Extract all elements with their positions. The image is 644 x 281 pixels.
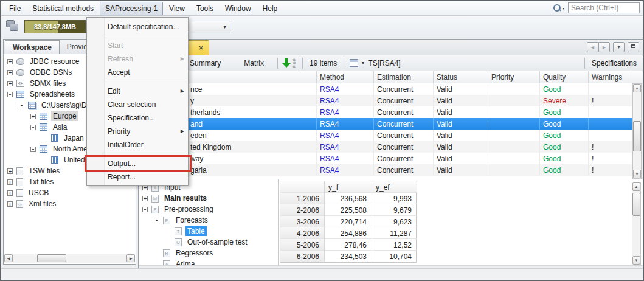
scrollbar-thumb[interactable]	[632, 193, 640, 216]
expand-icon[interactable]: +	[7, 201, 13, 207]
database-icon	[16, 58, 24, 65]
scroll-right-icon[interactable]: ▶	[126, 254, 135, 262]
forecast-vertical-scrollbar[interactable]: ▲ ▼	[632, 182, 641, 265]
tab-list-dropdown-icon[interactable]: ▼	[613, 42, 625, 52]
table-row[interactable]: ted KingdomRSA4ConcurrentValidGood!	[139, 141, 632, 153]
expand-icon[interactable]: +	[7, 81, 13, 86]
memory-gauge[interactable]: 83,8/147,8MB	[24, 20, 86, 33]
menu-item-start[interactable]: Start	[87, 39, 188, 52]
cell-warnings: !	[589, 153, 631, 164]
expand-icon[interactable]: +	[30, 114, 36, 119]
navigate-forward-icon[interactable]: ▶	[598, 42, 610, 52]
menubar-item-view[interactable]: View	[164, 2, 190, 15]
scroll-left-icon[interactable]: ◀	[4, 254, 13, 262]
ts-dropdown-icon[interactable]: ▼	[361, 61, 365, 65]
search-input[interactable]	[568, 2, 640, 13]
value-cell: 9,993	[372, 193, 417, 204]
menu-item-initialorder[interactable]: InitialOrder	[87, 138, 188, 151]
scroll-up-icon[interactable]: ▲	[632, 182, 640, 191]
grid-vertical-scrollbar[interactable]: ▲ ▼	[632, 83, 642, 179]
menu-item-specification[interactable]: Specification...	[87, 111, 188, 125]
cell-status: Valid	[434, 153, 488, 164]
table-row[interactable]: yRSA4ConcurrentValidSevere!	[139, 95, 632, 106]
navigate-back-icon[interactable]: ◀	[587, 42, 598, 52]
tree-item-forecasts[interactable]: -FForecasts	[139, 215, 278, 226]
value-cell: 9,679	[372, 204, 417, 216]
matrix-button[interactable]: Matrix	[239, 57, 269, 69]
menubar-item-saprocessing-1[interactable]: SAProcessing-1	[100, 2, 163, 15]
ts-selector[interactable]: TS[RSA4]	[367, 57, 405, 69]
menu-item-clear-selection[interactable]: Clear selection	[87, 98, 188, 111]
workspace-horizontal-scrollbar[interactable]: ◀ ▶	[4, 254, 135, 263]
grid-header-row: MethodEstimationStatusPriorityQualityWar…	[139, 71, 643, 83]
tree-item-table[interactable]: TTable	[139, 226, 278, 237]
tree-item-arima[interactable]: AArima	[139, 258, 278, 265]
sort-data-icon[interactable]: 011001	[282, 58, 296, 69]
summary-button[interactable]: Summary	[185, 57, 226, 69]
menu-item-report[interactable]: Report...	[87, 170, 188, 184]
menu-item-edit[interactable]: Edit▶	[87, 85, 188, 98]
scroll-up-icon[interactable]: ▲	[633, 84, 641, 92]
collapse-icon[interactable]: -	[19, 103, 24, 108]
period-cell: 5-2006	[280, 239, 325, 251]
grid-column-header-status[interactable]: Status	[434, 71, 488, 83]
save-all-icon[interactable]	[6, 20, 19, 32]
scrollbar-thumb[interactable]	[37, 254, 66, 262]
table-row[interactable]: andRSA4ConcurrentValidGood	[139, 118, 632, 130]
forecast-column-header-y-f[interactable]: y_f	[325, 181, 372, 193]
search-options-arrow-icon[interactable]: ▾	[563, 6, 564, 10]
menu-item-output[interactable]: Output...	[87, 157, 188, 170]
tab-workspace[interactable]: Workspace	[5, 40, 60, 54]
toolbar-separator	[300, 58, 300, 69]
grid-column-header-estimation[interactable]: Estimation	[374, 71, 434, 83]
menubar-item-help[interactable]: Help	[257, 2, 283, 15]
expand-icon[interactable]: +	[7, 70, 13, 75]
tree-item-regressors[interactable]: RRegressors	[139, 248, 278, 258]
forecast-column-header-period[interactable]	[280, 181, 325, 193]
table-row[interactable]: therlandsRSA4ConcurrentValidGood	[139, 106, 632, 118]
table-row[interactable]: wayRSA4ConcurrentValidGood!	[139, 153, 632, 164]
expand-icon[interactable]: +	[7, 179, 13, 185]
tree-item-xml-files[interactable]: +Xml files	[4, 198, 136, 209]
expand-icon[interactable]: +	[7, 168, 13, 174]
table-row[interactable]: edenRSA4ConcurrentValidGood	[139, 130, 632, 141]
tree-item-main-results[interactable]: +MMain results	[139, 193, 278, 204]
tree-item-pre-processing[interactable]: -PPre-processing	[139, 204, 278, 215]
tree-item-uscb[interactable]: +USCB	[4, 187, 136, 198]
menu-item-default-specification[interactable]: Default specification...	[87, 20, 188, 33]
menubar-item-file[interactable]: File	[4, 2, 26, 15]
scroll-down-icon[interactable]: ▼	[633, 170, 641, 178]
cell-method: RSA4	[317, 141, 374, 153]
scrollbar-thumb[interactable]	[633, 121, 641, 151]
collapse-icon[interactable]: -	[30, 125, 36, 130]
collapse-icon[interactable]: -	[7, 92, 13, 97]
grid-column-header-priority[interactable]: Priority	[488, 71, 540, 83]
menubar-item-window[interactable]: Window	[220, 2, 257, 15]
specifications-button[interactable]: Specifications	[587, 57, 643, 69]
menu-item-refresh[interactable]: Refresh▶	[87, 52, 188, 66]
collapse-icon[interactable]: -	[30, 147, 36, 152]
cell-method: RSA4	[317, 164, 374, 176]
scroll-down-icon[interactable]: ▼	[632, 256, 640, 265]
grid-column-header-method[interactable]: Method	[317, 71, 374, 83]
close-icon[interactable]: ×	[197, 44, 205, 52]
menu-item-accept[interactable]: Accept	[87, 66, 188, 79]
grid-column-header-quality[interactable]: Quality	[540, 71, 589, 83]
menu-item-priority[interactable]: Priority▶	[87, 125, 188, 138]
expand-icon[interactable]: +	[7, 190, 13, 196]
table-row[interactable]: nceRSA4ConcurrentValidGood	[139, 83, 632, 95]
collapse-icon[interactable]: -	[154, 218, 159, 223]
time-series-icon[interactable]	[350, 59, 358, 67]
grid-column-header-warnings[interactable]: Warnings	[589, 71, 631, 83]
expand-icon[interactable]: +	[7, 59, 13, 64]
forecast-column-header-y-ef[interactable]: y_ef	[372, 181, 417, 193]
menubar-item-tools[interactable]: Tools	[191, 2, 219, 15]
tree-item-out-of-sample-test[interactable]: OOut-of-sample test	[139, 237, 278, 248]
collapse-icon[interactable]: -	[142, 207, 148, 212]
search-icon[interactable]	[553, 4, 561, 12]
maximize-icon[interactable]	[628, 42, 639, 52]
menubar-item-statistical-methods[interactable]: Statistical methods	[27, 2, 99, 15]
table-row[interactable]: gariaRSA4ConcurrentValidGood!	[139, 164, 632, 176]
cell-estimation: Concurrent	[374, 164, 434, 176]
expand-icon[interactable]: +	[142, 196, 148, 201]
